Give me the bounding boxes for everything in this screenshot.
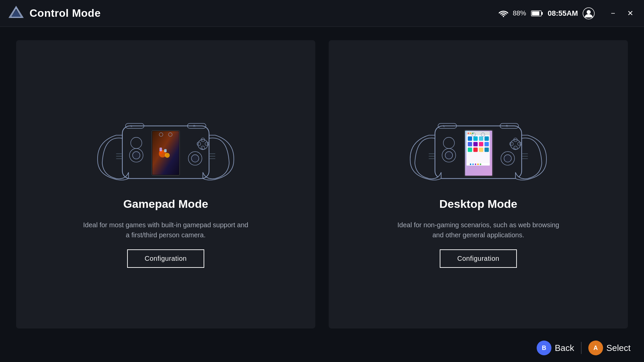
desktop-mode-description: Ideal for non-gaming scenarios, such as … [394, 220, 562, 240]
svg-rect-51 [468, 136, 472, 141]
svg-point-48 [468, 132, 469, 134]
main-content: L R Y B A X Gamepad Mode Ideal [0, 27, 644, 362]
select-badge-icon: A [588, 341, 603, 355]
back-action[interactable]: B Back [537, 341, 574, 355]
svg-rect-62 [484, 147, 489, 152]
svg-rect-16 [164, 149, 166, 152]
gamepad-mode-title: Gamepad Mode [123, 197, 208, 210]
svg-rect-57 [479, 142, 483, 146]
svg-text:Y: Y [202, 139, 203, 141]
select-label: Select [606, 343, 631, 353]
back-label: Back [555, 343, 574, 353]
gamepad-config-button[interactable]: Configuration [127, 249, 204, 268]
svg-point-68 [480, 164, 481, 165]
back-badge-icon: B [537, 341, 551, 355]
svg-point-67 [477, 164, 479, 165]
svg-rect-61 [479, 147, 483, 152]
gamepad-mode-description: Ideal for most games with built-in gamep… [82, 220, 250, 240]
svg-rect-5 [532, 11, 539, 15]
battery-icon [531, 10, 543, 17]
bottom-bar: B Back A Select [523, 334, 644, 362]
gamepad-mode-card[interactable]: L R Y B A X Gamepad Mode Ideal [16, 40, 315, 328]
svg-rect-58 [484, 142, 489, 146]
svg-text:A: A [514, 147, 516, 149]
close-button[interactable]: ✕ [625, 8, 636, 19]
svg-rect-53 [479, 136, 483, 141]
time-display: 08:55AM [548, 9, 578, 18]
svg-text:Y: Y [514, 139, 516, 141]
svg-rect-60 [473, 147, 478, 152]
window-controls[interactable]: − ✕ [608, 8, 636, 19]
svg-text:R: R [506, 124, 508, 128]
svg-point-64 [470, 164, 472, 165]
svg-point-7 [587, 10, 591, 14]
svg-point-13 [165, 153, 170, 158]
title-right: 88% 08:55AM − ✕ [499, 7, 636, 19]
svg-marker-1 [11, 9, 21, 17]
svg-text:L: L [443, 124, 445, 128]
desktop-mode-card[interactable]: L R Y B A X Desktop Mode Ideal for non-g [329, 40, 628, 328]
svg-text:L: L [131, 124, 132, 128]
title-bar: Control Mode 88% 08:55AM [0, 0, 644, 27]
svg-rect-55 [468, 142, 472, 146]
svg-point-18 [132, 152, 140, 159]
app-logo-icon [8, 5, 24, 21]
svg-point-49 [470, 132, 472, 134]
gamepad-device-illustration: L R Y B A X [85, 101, 246, 188]
status-area: 88% 08:55AM [499, 7, 595, 19]
wifi-icon [499, 10, 508, 17]
svg-rect-54 [484, 136, 489, 141]
svg-text:B: B [519, 143, 521, 145]
svg-rect-4 [541, 12, 543, 15]
app-title: Control Mode [30, 7, 101, 19]
svg-text:X: X [198, 143, 199, 145]
svg-text:B: B [207, 143, 208, 145]
svg-point-66 [475, 164, 476, 165]
battery-percentage: 88% [513, 9, 526, 17]
svg-point-70 [445, 152, 452, 159]
svg-rect-56 [473, 142, 478, 146]
svg-rect-59 [468, 147, 472, 152]
desktop-device-illustration: L R Y B A X [398, 101, 559, 188]
svg-point-20 [192, 155, 199, 162]
desktop-mode-title: Desktop Mode [439, 197, 517, 210]
user-icon [583, 7, 595, 19]
svg-rect-52 [473, 136, 478, 141]
action-separator [581, 342, 582, 354]
title-left: Control Mode [8, 5, 101, 21]
svg-rect-15 [160, 147, 162, 151]
minimize-button[interactable]: − [608, 8, 618, 19]
svg-point-72 [504, 155, 512, 162]
svg-text:R: R [193, 124, 195, 128]
select-action[interactable]: A Select [588, 341, 631, 355]
svg-text:X: X [510, 143, 512, 145]
svg-point-21 [131, 137, 142, 148]
desktop-config-button[interactable]: Configuration [440, 249, 517, 268]
svg-text:A: A [202, 147, 203, 149]
svg-point-65 [472, 164, 474, 165]
